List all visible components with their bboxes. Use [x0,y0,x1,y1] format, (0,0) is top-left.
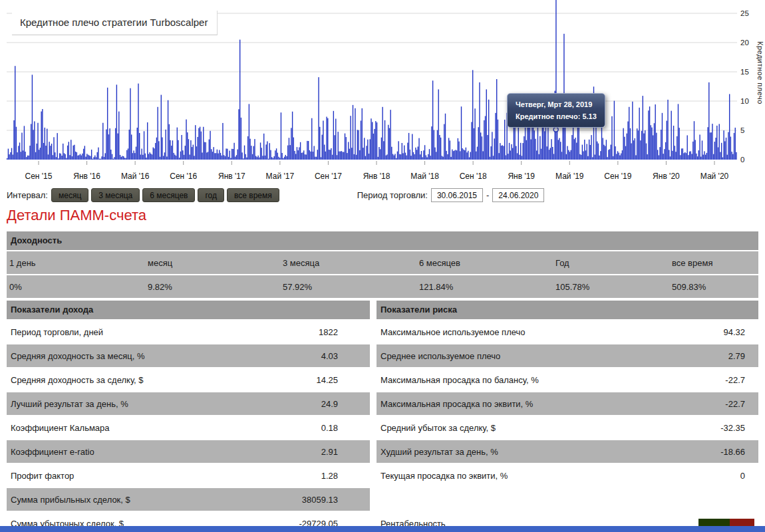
table-row: Средняя доходность за сделку, $14.25 [7,368,370,391]
profitability-column-label: 1 день [9,258,148,268]
row-label: Средний убыток за сделку, $ [381,423,496,433]
x-axis-label: Сен '15 [25,172,53,181]
interval-button-4[interactable]: все время [227,188,279,202]
table-row: Средний убыток за сделку, $-32.35 [377,416,758,439]
x-axis-label: Янв '17 [218,172,245,181]
table-row: Максимальное используемое плечо94.32 [377,321,758,343]
interval-button-3[interactable]: год [198,188,224,202]
profitability-value: 105.78% [555,282,672,292]
tooltip-date: Четверг, Мрт 28, 2019 [516,98,597,110]
risk-table: Показатели риска Максимальное используем… [377,301,758,532]
table-row: Текущая просадка по эквити, %0 [377,464,758,487]
table-row: Среднее используемое плечо2.79 [377,344,758,367]
row-label: Коэффициент e-ratio [11,447,94,457]
table-row: Лучший результат за день, %24.9 [7,392,370,415]
x-axis-label: Сен '19 [604,172,631,181]
chart-y-axis-title: Кредитное плечо [756,41,764,104]
income-header: Показатели дохода [7,301,370,319]
y-axis-label: 10 [740,97,749,105]
table-row: Период торговли, дней1822 [7,321,370,343]
chart-tooltip: Четверг, Мрт 28, 2019 Кредитное плечо: 5… [507,93,605,128]
row-value: -22.7 [725,375,758,385]
x-axis-label: Янв '19 [508,172,535,181]
y-axis-label: 5 [740,126,744,134]
x-axis-label: Май '17 [266,172,294,181]
row-label: Максимальная просадка по балансу, % [381,375,539,385]
x-axis-label: Май '19 [555,172,583,181]
profitability-table: Доходность 1 деньмесяц3 месяца6 месяцевГ… [7,231,758,299]
x-axis-label: Май '16 [121,172,149,181]
profitability-column-label: 3 месяца [283,258,419,268]
row-value: 1.28 [321,471,370,481]
row-label: Худший результат за день, % [381,447,498,457]
profitability-value: 57.92% [283,282,419,292]
row-value: 14.25 [316,375,370,385]
x-axis-label: Сен '17 [315,172,342,181]
row-value: 2.91 [321,447,370,457]
leverage-chart: 0510152025 Кредитное плечо Сен '15Янв '1… [0,0,765,185]
page-title: Детали ПАММ-счета [7,207,146,224]
interval-button-0[interactable]: месяц [51,188,88,202]
row-label: Сумма прибыльных сделок, $ [11,495,130,505]
x-axis-label: Сен '18 [460,172,487,181]
x-axis-label: Май '18 [410,172,438,181]
footer-bar [0,526,765,532]
profitability-columns: 1 деньмесяц3 месяца6 месяцевГодвсе время [7,251,758,274]
row-value: -32.35 [720,423,758,433]
row-value: 38059.13 [302,495,370,505]
row-value: 1822 [319,327,370,337]
profitability-values: 0%9.82%57.92%121.84%105.78%509.83% [7,275,758,298]
income-table: Показатели дохода Период торговли, дней1… [7,301,370,532]
profitability-header: Доходность [7,231,758,250]
interval-label: Интервал: [7,190,48,200]
risk-header: Показатели риска [377,301,758,319]
empty-row [377,488,758,512]
y-axis-label: 25 [740,9,749,17]
chart-title: Кредитное плечо стратегии Turboscalper [12,11,218,35]
row-value: 0.18 [321,423,370,433]
x-axis-label: Янв '16 [73,172,100,181]
period-from-input[interactable] [431,188,483,202]
y-axis-label: 20 [740,39,749,47]
profitability-column-label: все время [672,258,758,268]
period-to-input[interactable] [492,188,544,202]
row-value: 2.79 [728,351,758,361]
profitability-column-label: Год [555,258,672,268]
row-label: Среднее используемое плечо [381,351,500,361]
chart-controls: Интервал: месяц3 месяца6 месяцевгодвсе в… [7,188,544,202]
pamm-details-page: 0510152025 Кредитное плечо Сен '15Янв '1… [0,0,765,532]
x-axis-label: Сен '16 [170,172,197,181]
row-label: Максимальная просадка по эквити, % [381,399,533,409]
table-row: Профит фактор1.28 [7,464,370,487]
profitability-column-label: месяц [148,258,283,268]
y-axis-label: 0 [740,156,744,164]
row-label: Максимальное используемое плечо [381,327,526,337]
table-row: Максимальная просадка по балансу, %-22.7 [377,368,758,391]
table-row: Максимальная просадка по эквити, %-22.7 [377,392,758,415]
profitability-value: 9.82% [148,282,283,292]
row-value: 0 [740,471,758,481]
period-separator: - [486,190,489,200]
profitability-value: 121.84% [419,282,555,292]
table-row: Коэффициент Кальмара0.18 [7,416,370,439]
row-label: Средняя доходность за месяц, % [11,351,145,361]
table-row: Коэффициент e-ratio2.91 [7,440,370,463]
profitability-value: 0% [9,282,148,292]
y-axis-label: 15 [740,68,749,76]
period-label: Период торговли: [357,190,428,200]
table-row: Средняя доходность за месяц, %4.03 [7,344,370,367]
row-label: Период торговли, дней [11,327,103,337]
x-axis-label: Янв '18 [363,172,390,181]
row-label: Текущая просадка по эквити, % [381,471,508,481]
interval-buttons: месяц3 месяца6 месяцевгодвсе время [51,188,279,202]
row-label: Лучший результат за день, % [11,399,128,409]
profitability-column-label: 6 месяцев [419,258,555,268]
row-label: Профит фактор [11,471,74,481]
row-value: 24.9 [321,399,370,409]
row-value: -18.66 [720,447,758,457]
interval-button-1[interactable]: 3 месяца [91,188,140,202]
interval-button-2[interactable]: 6 месяцев [142,188,195,202]
row-value: 94.32 [723,327,758,337]
table-row: Худший результат за день, %-18.66 [377,440,758,463]
tooltip-value: Кредитное плечо: 5.13 [516,110,597,122]
